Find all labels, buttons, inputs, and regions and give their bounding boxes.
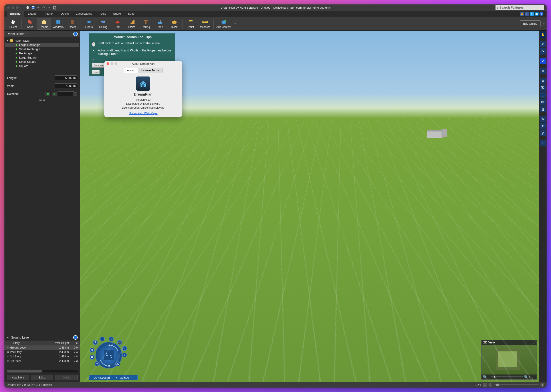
canvas-3d[interactable]: Prebuilt Rooms Tool Tips Left click to a… [80, 31, 539, 382]
search-input[interactable] [500, 6, 543, 9]
search-box[interactable]: ⌕ [495, 5, 544, 10]
eye-icon[interactable]: 👁 [5, 350, 9, 354]
nav-compass[interactable]: ▲▼ ◀ ▶ − + ? 📷 ◎ ↑ ↓ 👁 ✦ 2D [89, 335, 129, 375]
panel-collapse-icon[interactable] [73, 32, 78, 36]
rotation-stepper[interactable]: ▲▼ [74, 91, 77, 96]
tab-tools[interactable]: Tools [96, 11, 109, 17]
length-input[interactable] [55, 75, 77, 80]
zoom-out-icon[interactable]: − [100, 336, 105, 342]
delete-icon[interactable]: ✕ [540, 58, 546, 64]
cut-icon[interactable]: ✂ [47, 6, 51, 9]
eye-icon[interactable]: 👁 [5, 346, 9, 349]
buy-online-button[interactable]: Buy Online [520, 21, 541, 27]
zoom-in-icon[interactable]: + [540, 383, 544, 387]
ribbon-rooms[interactable]: Rooms [37, 18, 51, 30]
eye-icon[interactable]: 👁 [5, 355, 9, 358]
compass-icon[interactable]: ◎ [540, 130, 546, 136]
room-style-folder[interactable]: ▼ Room Style [5, 39, 79, 43]
wireframe-icon[interactable]: ⬚ [540, 92, 546, 98]
image-icon[interactable]: 🖼 [540, 85, 546, 91]
story-row[interactable]: 👁3rd Story2.438 m4.8 [4, 354, 80, 359]
arrow-up-icon[interactable]: ↑ [122, 346, 127, 351]
stories-header[interactable]: ▼ Ground Level [4, 334, 80, 341]
view-2d-icon[interactable]: 2D [116, 361, 120, 366]
ribbon-ceiling[interactable]: Ceiling [96, 18, 110, 30]
about-link[interactable]: DreamPlan Web Page [129, 112, 157, 115]
copy-icon[interactable] [52, 6, 56, 9]
ribbon-windows[interactable]: Windows [51, 18, 65, 30]
zoom-slider[interactable] [491, 377, 522, 377]
thumbs-up-icon[interactable]: 👍 [520, 12, 524, 16]
tab-exterior[interactable]: Exterior [24, 11, 41, 17]
tab-share[interactable]: Share [110, 11, 124, 17]
text-icon[interactable]: T [540, 140, 546, 146]
redo-icon[interactable]: ↷ [540, 48, 546, 55]
ribbon-select[interactable]: Select [6, 18, 20, 30]
ribbon-stairs[interactable]: Stairs [125, 18, 138, 30]
resize-handle-icon[interactable]: ⋰ [532, 375, 535, 379]
zoom-dropdown-icon[interactable]: ⌄ [483, 383, 487, 387]
target-icon[interactable]: ◎ [90, 348, 94, 352]
maximize-window-icon[interactable] [16, 6, 19, 9]
ribbon-railing[interactable]: Railing [139, 18, 153, 30]
undo-icon[interactable]: ↶ [540, 41, 546, 48]
facebook-icon[interactable]: f [525, 12, 529, 16]
ribbon-block[interactable]: Block [167, 18, 181, 30]
camera-icon[interactable]: 📷 [117, 340, 122, 345]
save-icon[interactable] [31, 6, 35, 9]
room-style-item[interactable]: Square [5, 64, 79, 68]
panel-collapse-icon[interactable] [73, 335, 78, 340]
tab-decks[interactable]: Decks [57, 11, 72, 17]
ribbon-add-content[interactable]: Add Content [215, 18, 233, 30]
compass-icon[interactable]: ✦ [94, 361, 100, 366]
ribbon-roof[interactable]: Roof [110, 18, 124, 30]
print-icon[interactable] [26, 6, 30, 9]
view-2d-toggle[interactable]: 2D [540, 99, 546, 105]
box-icon[interactable]: ▭ [540, 77, 546, 84]
tab-interior[interactable]: Interior [41, 11, 57, 17]
about-tab-license[interactable]: License Terms [138, 68, 163, 73]
room-style-item[interactable]: Large Square [5, 56, 79, 60]
ribbon-floors[interactable]: Floors [82, 18, 96, 30]
copy-icon[interactable]: ⧉ [540, 68, 546, 74]
zoom-slider[interactable] [494, 385, 539, 385]
about-tab-about[interactable]: About [124, 68, 138, 73]
close-window-icon[interactable] [7, 6, 10, 9]
room-style-item[interactable]: Large Rectangle [5, 43, 79, 47]
story-row[interactable]: 👁4th Story2.438 m7.3 [4, 359, 80, 363]
story-row[interactable]: 👁2nd Story2.438 m2.4 [4, 350, 80, 354]
view-2d-canvas[interactable] [481, 345, 536, 374]
tab-landscaping[interactable]: Landscaping [72, 11, 96, 17]
zoom-in-icon[interactable]: 🔍+ [524, 375, 530, 379]
story-row[interactable]: 👁Ground Level2.438 m0.0 [4, 345, 80, 350]
eye-icon[interactable]: 👁 [5, 359, 9, 363]
tab-suite[interactable]: Suite [124, 11, 138, 17]
rotate-cw-icon[interactable]: ↻ [45, 91, 51, 96]
tab-building[interactable]: Building [7, 11, 24, 17]
ribbon-doors[interactable]: Doors [65, 18, 79, 30]
align-icon[interactable]: ✚ [540, 123, 546, 129]
chevron-down-icon[interactable]: ⌄ [532, 341, 535, 344]
minimize-window-icon[interactable] [12, 6, 14, 9]
help-icon[interactable]: ? [93, 340, 98, 345]
snap-icon[interactable]: ⟲ [540, 116, 546, 122]
rotation-input[interactable] [58, 91, 74, 96]
walk-icon[interactable]: 👁 [90, 355, 94, 360]
ribbon-dropdown-icon[interactable]: ▼ [234, 22, 236, 25]
twitter-icon[interactable]: t [530, 12, 534, 16]
stories-scrollbar[interactable] [7, 370, 78, 372]
arrow-down-icon[interactable]: ↓ [122, 352, 127, 357]
ribbon-measure[interactable]: Measure [198, 18, 212, 30]
ribbon-paint[interactable]: Paint [184, 18, 198, 30]
zoom-out-icon[interactable]: 🔍− [483, 375, 489, 379]
undo-icon[interactable]: ↶ [36, 6, 40, 9]
grid-icon[interactable]: ▦ [540, 106, 546, 112]
redo-icon[interactable]: ↷ [42, 6, 46, 9]
close-icon[interactable] [107, 62, 109, 65]
help-icon[interactable]: ? [539, 12, 544, 16]
room-style-item[interactable]: Rectangle [5, 51, 79, 56]
new-story-button[interactable]: New Story [7, 375, 29, 380]
zoom-out-icon[interactable]: − [488, 383, 492, 387]
ribbon-expand-icon[interactable]: » [543, 22, 545, 26]
width-input[interactable] [55, 83, 77, 88]
